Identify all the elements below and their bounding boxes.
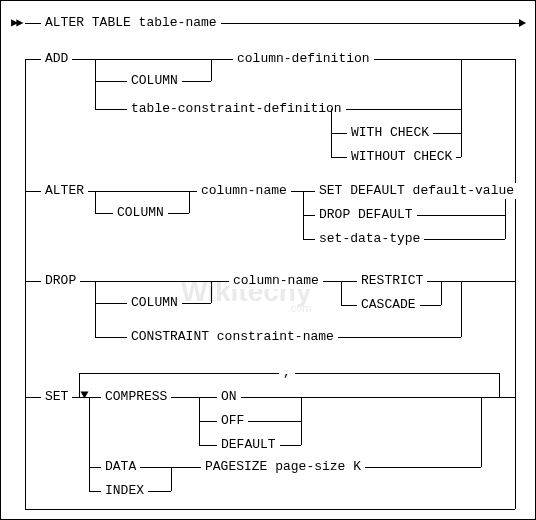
set-compress: COMPRESS: [101, 389, 171, 405]
alter-column-kw: COLUMN: [113, 205, 168, 221]
set-default: DEFAULT: [217, 437, 280, 453]
set-pagesize: PAGESIZE page-size K: [201, 459, 365, 475]
add-with-check: WITH CHECK: [347, 125, 433, 141]
alter-set-dtype: set-data-type: [315, 231, 424, 247]
drop-constraint: CONSTRAINT constraint-name: [127, 329, 338, 345]
alter-set-default: SET DEFAULT default-value: [315, 183, 518, 199]
set-on: ON: [217, 389, 241, 405]
rail-arrow: [519, 19, 526, 27]
set-loop-sep: ,: [279, 365, 295, 381]
drop-keyword: DROP: [41, 273, 80, 289]
add-col-def: column-definition: [233, 51, 374, 67]
drop-restrict: RESTRICT: [357, 273, 427, 289]
add-tbl-constraint: table-constraint-definition: [127, 101, 346, 117]
alter-drop-default: DROP DEFAULT: [315, 207, 417, 223]
drop-col-name: column-name: [229, 273, 323, 289]
title-keyword: ALTER TABLE table-name: [41, 15, 221, 31]
add-column-kw: COLUMN: [127, 73, 182, 89]
set-off: OFF: [217, 413, 248, 429]
add-keyword: ADD: [41, 51, 72, 67]
set-keyword: SET: [41, 389, 72, 405]
syntax-diagram: Wikitechy .com ▶▶ ALTER TABLE table-name…: [0, 0, 536, 520]
alter-keyword: ALTER: [41, 183, 88, 199]
add-without-check: WITHOUT CHECK: [347, 149, 456, 165]
set-index: INDEX: [101, 483, 148, 499]
rail-start: ▶▶: [11, 15, 21, 30]
set-data: DATA: [101, 459, 140, 475]
alter-col-name: column-name: [197, 183, 291, 199]
drop-cascade: CASCADE: [357, 297, 420, 313]
drop-column-kw: COLUMN: [127, 295, 182, 311]
